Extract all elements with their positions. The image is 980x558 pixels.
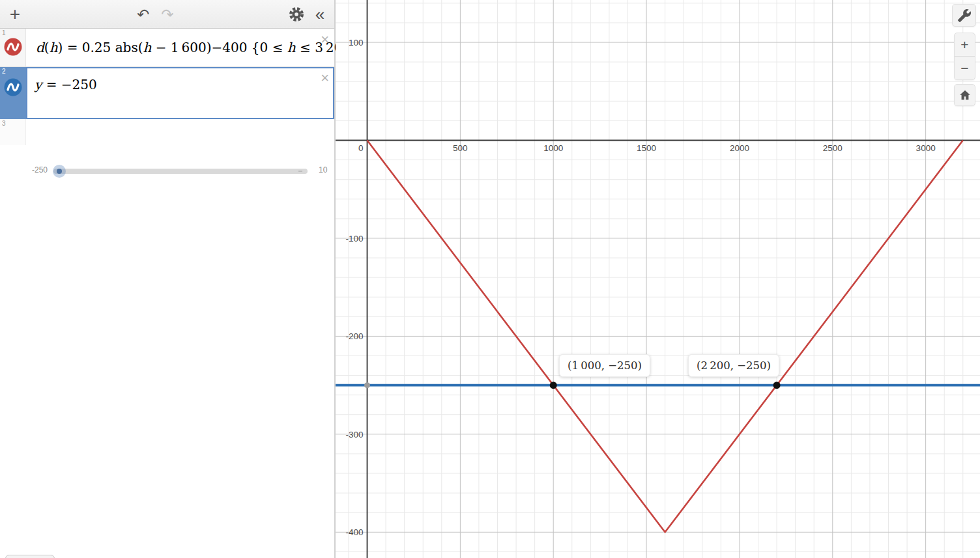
home-icon: [958, 89, 972, 102]
math-segment: − 1 600: [151, 40, 206, 55]
expression-gutter[interactable]: 2: [0, 67, 26, 119]
expression-formula[interactable]: y = −250: [35, 77, 97, 92]
expression-row-1[interactable]: 1 d(h) = 0.25 abs(h − 1 600)−400 {0 ≤ h …: [0, 29, 334, 67]
delete-expression-icon[interactable]: ×: [321, 31, 329, 48]
slider-min-label[interactable]: -250: [32, 165, 48, 174]
expression-list-panel: + ↶ ↷ « 1 d(h) = 0.25 abs(h − 1 6: [0, 0, 336, 558]
math-segment: h: [287, 40, 296, 55]
expression-number: 3: [2, 120, 6, 127]
expression-number: 1: [2, 29, 6, 36]
curve-color-icon-blue[interactable]: [4, 78, 22, 96]
slider-handle-dot: [57, 169, 62, 174]
selected-row-border: [26, 67, 334, 119]
slider-max-label[interactable]: 10: [319, 165, 327, 174]
expression-gutter[interactable]: 1: [0, 29, 26, 66]
math-segment: (: [44, 40, 50, 55]
gear-icon: [288, 6, 305, 23]
math-segment: {0 ≤: [252, 40, 287, 55]
slider-point[interactable]: [364, 382, 370, 388]
default-viewport-home-button[interactable]: [954, 84, 975, 106]
math-segment: y: [35, 77, 42, 92]
math-segment: h: [50, 40, 58, 55]
expression-formula[interactable]: d(h) = 0.25 abs(h − 1 600)−400 {0 ≤ h ≤ …: [36, 40, 359, 55]
math-segment: ): [207, 40, 212, 55]
zoom-in-button[interactable]: +: [955, 33, 975, 57]
zoom-out-button[interactable]: −: [955, 57, 975, 80]
expression-number: 2: [2, 68, 6, 75]
point-label-2[interactable]: (2 200, −250): [688, 354, 779, 377]
desmos-graphing-calculator: + ↶ ↷ « 1 d(h) = 0.25 abs(h − 1 6: [0, 0, 980, 558]
redo-icon: ↷: [158, 5, 177, 24]
delete-expression-icon[interactable]: ×: [321, 70, 329, 87]
wrench-icon: [957, 8, 972, 23]
expression-row-3-empty[interactable]: 3: [0, 119, 334, 145]
math-segment: h: [143, 40, 151, 55]
axes: [336, 0, 980, 558]
math-segment: d: [36, 40, 44, 55]
graph-canvas[interactable]: [336, 0, 980, 558]
edit-list-gear-icon[interactable]: [287, 5, 306, 24]
graph-settings-button[interactable]: [952, 4, 976, 27]
undo-icon[interactable]: ↶: [134, 5, 153, 24]
math-segment: −400: [212, 40, 252, 55]
point-label-1[interactable]: (1 000, −250): [559, 354, 650, 377]
zoom-controls: + −: [954, 33, 975, 80]
add-expression-button[interactable]: +: [5, 5, 25, 24]
intersection-point-2[interactable]: [773, 382, 781, 389]
graph-paper[interactable]: 50010001500200025003000100-100-200-300-4…: [336, 0, 980, 558]
curve-color-icon-red[interactable]: [4, 38, 22, 56]
keyboard-toggle-button[interactable]: [5, 555, 55, 558]
slider-track[interactable]: [53, 169, 308, 174]
grid-major-lines: [336, 0, 980, 558]
expression-toolbar: + ↶ ↷ «: [0, 0, 334, 29]
math-segment: = −250: [42, 77, 96, 92]
collapse-panel-icon[interactable]: «: [310, 5, 330, 24]
expression-row-2-selected[interactable]: 2 y = −250 × -250 10: [0, 67, 334, 119]
intersection-point-1[interactable]: [550, 382, 557, 389]
slider-tick: [298, 171, 302, 172]
math-segment: ) = 0.25 abs: [58, 40, 138, 55]
grid-minor-lines: [336, 0, 980, 558]
expression-gutter: 3: [0, 119, 26, 145]
